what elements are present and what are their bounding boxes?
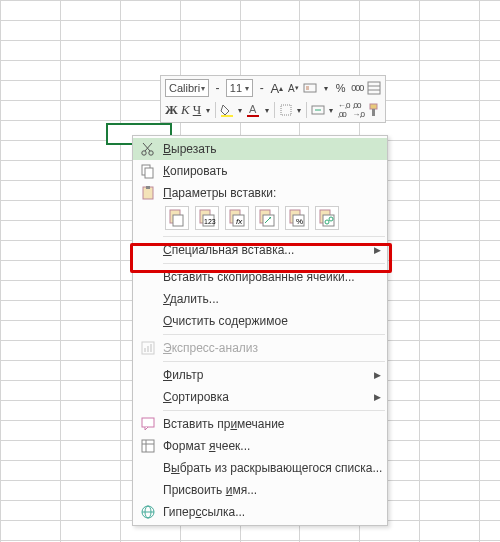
bold-button[interactable]: Ж — [165, 101, 178, 119]
menu-hyperlink[interactable]: Гиперссылка... — [133, 501, 387, 523]
svg-rect-39 — [144, 348, 146, 352]
increase-font-button[interactable]: A▴ — [270, 79, 284, 97]
submenu-arrow-icon: ▶ — [374, 392, 381, 402]
menu-paste-options-header: Параметры вставки: — [133, 182, 387, 204]
menu-filter[interactable]: Фильтр ▶ — [133, 364, 387, 386]
merge-center-button[interactable] — [311, 101, 325, 119]
format-painter-button[interactable] — [367, 101, 381, 119]
menu-quick-analysis-label: Экспресс-анализ — [163, 341, 381, 355]
menu-quick-analysis: Экспресс-анализ — [133, 337, 387, 359]
menu-paste-special[interactable]: Специальная вставка... ▶ — [133, 239, 387, 261]
menu-copy[interactable]: Копировать — [133, 160, 387, 182]
menu-cut[interactable]: Вырезать — [133, 138, 387, 160]
paste-values-button[interactable]: 123 — [195, 206, 219, 230]
menu-paste-options-label: Параметры вставки: — [163, 186, 381, 200]
font-name-dropdown[interactable]: Calibri ▾ — [165, 79, 209, 97]
menu-pick-from-list-label: Выбрать из раскрывающегося списка... — [163, 461, 382, 475]
svg-point-14 — [149, 151, 153, 155]
menu-insert-copied-cells[interactable]: Вставить скопированные ячейки... — [133, 266, 387, 288]
menu-format-cells[interactable]: Формат ячеек... — [133, 435, 387, 457]
svg-rect-5 — [221, 115, 233, 117]
thousands-button[interactable]: 000 — [350, 79, 364, 97]
toolbar-row-2: Ж К Ч ▾ ▾ A ▾ ▾ ▾ ←,0,00 ,00→,0 — [165, 100, 381, 120]
format-cells-icon — [133, 438, 163, 454]
chevron-down-icon[interactable]: ▾ — [237, 101, 244, 119]
percent-button[interactable]: % — [334, 79, 348, 97]
menu-sort[interactable]: Сортировка ▶ — [133, 386, 387, 408]
svg-rect-41 — [150, 344, 152, 352]
svg-rect-7 — [247, 115, 259, 117]
svg-rect-2 — [368, 82, 380, 94]
svg-text:%: % — [296, 217, 303, 226]
copy-icon — [133, 163, 163, 179]
svg-rect-12 — [372, 109, 375, 116]
menu-delete[interactable]: Удалить... — [133, 288, 387, 310]
menu-paste-special-label: Специальная вставка... — [163, 243, 370, 257]
decrease-decimal-button[interactable]: ,00→,0 — [352, 101, 364, 119]
paste-options-row: 123 fx % — [133, 204, 387, 234]
chevron-down-icon[interactable]: ▾ — [296, 101, 303, 119]
accounting-format-button[interactable] — [303, 79, 317, 97]
menu-sort-label: Сортировка — [163, 390, 370, 404]
italic-button[interactable]: К — [181, 101, 190, 119]
paste-transpose-button[interactable] — [255, 206, 279, 230]
submenu-arrow-icon: ▶ — [374, 245, 381, 255]
menu-define-name-label: Присвоить имя... — [163, 483, 381, 497]
font-size-dropdown[interactable]: 11 ▾ — [226, 79, 254, 97]
menu-insert-comment[interactable]: Вставить примечание — [133, 413, 387, 435]
svg-rect-20 — [146, 186, 150, 189]
menu-pick-from-list[interactable]: Выбрать из раскрывающегося списка... — [133, 457, 387, 479]
svg-text:123: 123 — [204, 218, 216, 225]
chevron-down-icon[interactable]: ▾ — [204, 101, 211, 119]
svg-rect-0 — [304, 84, 316, 92]
cut-icon — [133, 141, 163, 157]
chevron-down-icon[interactable]: ▾ — [263, 101, 270, 119]
underline-button[interactable]: Ч — [193, 101, 202, 119]
font-name-value: Calibri — [169, 82, 200, 94]
table-format-button[interactable] — [367, 79, 381, 97]
increase-decimal-button[interactable]: ←,0,00 — [338, 101, 350, 119]
svg-text:A: A — [249, 103, 257, 115]
context-menu: Вырезать Копировать Параметры вставки: 1… — [132, 135, 388, 526]
svg-rect-11 — [370, 104, 377, 109]
fill-color-button[interactable] — [220, 101, 234, 119]
paste-all-button[interactable] — [165, 206, 189, 230]
chevron-down-icon[interactable]: ▾ — [320, 79, 331, 97]
svg-point-13 — [142, 151, 146, 155]
borders-button[interactable] — [279, 101, 293, 119]
svg-rect-40 — [147, 346, 149, 352]
svg-rect-8 — [281, 105, 291, 115]
menu-separator — [163, 410, 385, 411]
menu-separator — [163, 361, 385, 362]
svg-text:fx: fx — [236, 217, 243, 226]
svg-rect-1 — [306, 86, 309, 90]
menu-cut-label: Вырезать — [163, 142, 381, 156]
chevron-down-icon[interactable]: ▾ — [328, 101, 335, 119]
paste-formatting-button[interactable]: % — [285, 206, 309, 230]
menu-separator — [163, 263, 385, 264]
menu-clear-label: Очистить содержимое — [163, 314, 381, 328]
quick-analysis-icon — [133, 340, 163, 356]
comment-icon — [133, 416, 163, 432]
chevron-down-icon: ▾ — [201, 84, 205, 93]
menu-define-name[interactable]: Присвоить имя... — [133, 479, 387, 501]
decrease-font-button[interactable]: A▾ — [287, 79, 301, 97]
paste-link-button[interactable] — [315, 206, 339, 230]
font-size-dropdown-sep: - — [256, 79, 267, 97]
menu-separator — [163, 236, 385, 237]
paste-formulas-button[interactable]: fx — [225, 206, 249, 230]
menu-format-cells-label: Формат ячеек... — [163, 439, 381, 453]
menu-separator — [163, 334, 385, 335]
menu-hyperlink-label: Гиперссылка... — [163, 505, 381, 519]
menu-insert-comment-label: Вставить примечание — [163, 417, 381, 431]
menu-cut-rest: ырезать — [171, 142, 216, 156]
chevron-down-icon: ▾ — [245, 84, 249, 93]
menu-clear-contents[interactable]: Очистить содержимое — [133, 310, 387, 332]
font-color-button[interactable]: A — [246, 101, 260, 119]
toolbar-row-1: Calibri ▾ - 11 ▾ - A▴ A▾ ▾ % 000 — [165, 78, 381, 98]
svg-rect-43 — [142, 440, 154, 452]
hyperlink-icon — [133, 504, 163, 520]
mini-toolbar: Calibri ▾ - 11 ▾ - A▴ A▾ ▾ % 000 Ж К Ч ▾… — [160, 75, 386, 123]
menu-copy-label: Копировать — [163, 164, 381, 178]
paste-icon — [133, 185, 163, 201]
